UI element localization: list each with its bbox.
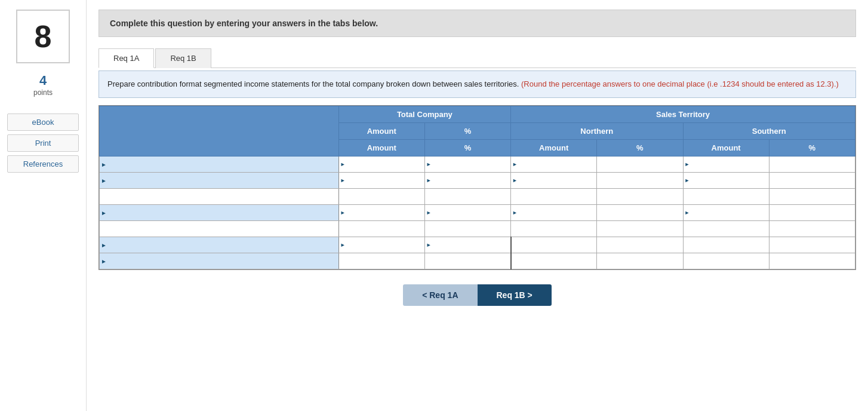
north-amount-col: Amount	[511, 139, 597, 156]
row6-north-pct-input[interactable]	[597, 237, 682, 253]
row1-south-pct-input[interactable]	[769, 157, 855, 172]
row5-tc-amount-input[interactable]	[339, 221, 424, 237]
row2-north-pct[interactable]	[597, 172, 683, 188]
row3-tc-pct[interactable]	[424, 188, 510, 204]
row7-north-pct[interactable]	[597, 253, 683, 269]
row3-tc-amount[interactable]	[338, 188, 424, 204]
row4-south-pct[interactable]	[769, 204, 855, 220]
row5-south-amount[interactable]	[683, 220, 769, 237]
row2-south-pct[interactable]	[769, 172, 855, 188]
print-button[interactable]: Print	[7, 134, 79, 152]
row3-south-pct[interactable]	[769, 188, 855, 204]
row7-north-pct-input[interactable]	[597, 253, 682, 269]
row6-tc-amount-input[interactable]	[339, 237, 424, 253]
row1-tc-amount-input[interactable]	[339, 157, 424, 172]
row3-north-amount-input[interactable]	[511, 189, 596, 204]
row7-tc-pct-input[interactable]	[425, 253, 510, 269]
row5-label	[100, 220, 339, 237]
row1-south-amount-input[interactable]	[684, 157, 769, 172]
row6-south-amount-input[interactable]	[684, 237, 769, 253]
row4-south-amount-input[interactable]	[684, 205, 769, 220]
row4-tc-amount[interactable]: ►	[338, 204, 424, 220]
sidebar: 8 4 points eBook Print References	[0, 0, 87, 411]
row1-tc-amount[interactable]: ►	[338, 156, 424, 172]
row2-tc-pct[interactable]: ►	[424, 172, 510, 188]
row3-south-pct-input[interactable]	[769, 189, 855, 204]
row4-north-pct[interactable]	[597, 204, 683, 220]
row2-tc-pct-input[interactable]	[425, 173, 510, 188]
row7-south-amount[interactable]	[683, 253, 769, 269]
row2-south-amount[interactable]: ►	[683, 172, 769, 188]
table-row: ► ► ► ►	[100, 156, 855, 172]
row1-north-amount[interactable]: ►	[511, 156, 597, 172]
row4-south-pct-input[interactable]	[769, 205, 855, 220]
row1-tc-pct-input[interactable]	[425, 157, 510, 172]
row6-north-amount-input[interactable]	[512, 237, 597, 253]
row7-south-amount-input[interactable]	[684, 253, 769, 269]
row3-north-pct[interactable]	[597, 188, 683, 204]
row7-tc-amount[interactable]	[338, 253, 424, 269]
row7-tc-amount-input[interactable]	[339, 253, 424, 269]
row6-tc-amount[interactable]: ►	[338, 237, 424, 253]
row4-north-amount[interactable]: ►	[511, 204, 597, 220]
instruction-banner: Complete this question by entering your …	[99, 10, 856, 37]
row2-tc-amount[interactable]: ►	[338, 172, 424, 188]
row3-north-pct-input[interactable]	[597, 189, 682, 204]
row3-tc-amount-input[interactable]	[339, 189, 424, 204]
row4-tc-pct-input[interactable]	[425, 205, 510, 220]
row7-south-pct[interactable]	[769, 253, 855, 269]
row5-north-amount-input[interactable]	[511, 221, 596, 237]
row3-south-amount-input[interactable]	[684, 189, 769, 204]
row3-north-amount[interactable]	[511, 188, 597, 204]
row4-north-pct-input[interactable]	[597, 205, 682, 220]
row2-label: ►	[100, 172, 339, 188]
row5-tc-pct[interactable]	[424, 220, 510, 237]
row1-north-pct-input[interactable]	[597, 157, 682, 172]
row5-north-pct-input[interactable]	[597, 221, 682, 237]
row4-tc-pct[interactable]: ►	[424, 204, 510, 220]
row7-north-amount-input[interactable]	[512, 253, 597, 269]
row7-north-amount[interactable]	[511, 253, 597, 269]
tab-req1a[interactable]: Req 1A	[99, 48, 154, 68]
row1-north-pct[interactable]	[597, 156, 683, 172]
references-button[interactable]: References	[7, 155, 79, 173]
row6-tc-pct-input[interactable]	[425, 237, 510, 253]
row5-south-pct[interactable]	[769, 220, 855, 237]
row5-south-amount-input[interactable]	[684, 221, 769, 237]
row4-south-amount[interactable]: ►	[683, 204, 769, 220]
row1-label: ►	[100, 156, 339, 172]
row1-south-pct[interactable]	[769, 156, 855, 172]
row7-south-pct-input[interactable]	[769, 253, 855, 269]
row1-south-amount[interactable]: ►	[683, 156, 769, 172]
row1-tc-pct[interactable]: ►	[424, 156, 510, 172]
row2-north-pct-input[interactable]	[597, 173, 682, 188]
row3-south-amount[interactable]	[683, 188, 769, 204]
row2-south-pct-input[interactable]	[769, 173, 855, 188]
row2-north-amount-input[interactable]	[511, 173, 596, 188]
row7-tc-pct[interactable]	[424, 253, 510, 269]
row6-south-pct-input[interactable]	[769, 237, 855, 253]
south-pct-col: %	[769, 139, 855, 156]
tabs-row: Req 1A Req 1B	[99, 48, 856, 68]
row5-north-amount[interactable]	[511, 220, 597, 237]
row6-south-amount[interactable]	[683, 237, 769, 253]
row1-north-amount-input[interactable]	[511, 157, 596, 172]
row5-south-pct-input[interactable]	[769, 221, 855, 237]
tab-req1b[interactable]: Req 1B	[155, 48, 211, 68]
row6-south-pct[interactable]	[769, 237, 855, 253]
ebook-button[interactable]: eBook	[7, 114, 79, 131]
next-nav-button[interactable]: Req 1B >	[478, 284, 552, 306]
row4-tc-amount-input[interactable]	[339, 205, 424, 220]
row2-tc-amount-input[interactable]	[339, 173, 424, 188]
row5-north-pct[interactable]	[597, 220, 683, 237]
row6-tc-pct[interactable]: ►	[424, 237, 510, 253]
row6-north-pct[interactable]	[597, 237, 683, 253]
row3-tc-pct-input[interactable]	[425, 189, 510, 204]
row5-tc-pct-input[interactable]	[425, 221, 510, 237]
row2-north-amount[interactable]: ►	[511, 172, 597, 188]
prev-nav-button[interactable]: < Req 1A	[403, 284, 477, 306]
row6-north-amount[interactable]	[511, 237, 597, 253]
row4-north-amount-input[interactable]	[511, 205, 596, 220]
row5-tc-amount[interactable]	[338, 220, 424, 237]
row2-south-amount-input[interactable]	[684, 173, 769, 188]
